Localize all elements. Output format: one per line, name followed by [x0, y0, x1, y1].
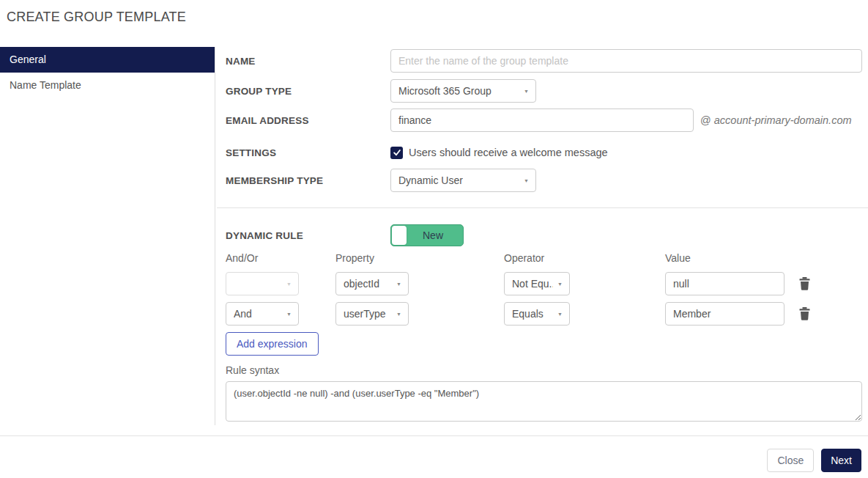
close-button[interactable]: Close	[767, 449, 814, 472]
membership-type-value: Dynamic User	[398, 174, 463, 186]
trash-icon	[799, 277, 810, 290]
toggle-knob	[392, 226, 407, 245]
create-group-template-dialog: CREATE GROUP TEMPLATE General Name Templ…	[0, 0, 868, 478]
group-type-select[interactable]: Microsoft 365 Group ▼	[390, 79, 536, 103]
dynamic-rule-label: DYNAMIC RULE	[226, 230, 390, 241]
column-header-operator: Operator	[504, 252, 570, 265]
column-header-property: Property	[335, 252, 409, 265]
welcome-message-checkbox[interactable]	[390, 147, 403, 159]
chevron-down-icon: ▼	[557, 282, 563, 287]
name-label: NAME	[226, 56, 390, 67]
chevron-down-icon: ▼	[286, 282, 292, 287]
section-divider	[217, 207, 868, 208]
operator-value: Not Equ...	[512, 278, 553, 290]
page-title: CREATE GROUP TEMPLATE	[0, 0, 868, 47]
chevron-down-icon: ▼	[557, 312, 563, 317]
andor-select[interactable]: ▼	[226, 272, 299, 295]
column-header-andor: And/Or	[226, 252, 299, 265]
email-input[interactable]	[390, 109, 694, 132]
group-type-label: GROUP TYPE	[226, 86, 390, 97]
chevron-down-icon: ▼	[286, 312, 292, 317]
trash-icon	[799, 307, 810, 320]
primary-domain-text: account-primary-domain.com	[714, 114, 852, 126]
sidebar-item-name-template[interactable]: Name Template	[0, 73, 215, 98]
chevron-down-icon: ▼	[396, 282, 401, 287]
property-value: objectId	[344, 278, 379, 290]
add-expression-button[interactable]: Add expression	[226, 332, 319, 356]
value-input[interactable]	[665, 302, 784, 326]
dialog-footer: Close Next	[0, 436, 868, 472]
property-value: userType	[344, 308, 386, 320]
email-domain-suffix: @ account-primary-domain.com	[700, 114, 852, 126]
next-button[interactable]: Next	[821, 449, 861, 472]
dialog-body: General Name Template NAME GROUP TYPE Mi…	[0, 47, 868, 435]
sidebar: General Name Template	[0, 47, 215, 425]
delete-expression-button[interactable]	[798, 306, 812, 322]
rule-expression-row: And ▼ userType ▼ Equals ▼	[226, 302, 868, 326]
value-input[interactable]	[665, 272, 784, 295]
operator-select[interactable]: Equals ▼	[504, 302, 570, 326]
welcome-message-label: Users should receive a welcome message	[409, 147, 608, 158]
chevron-down-icon: ▼	[524, 178, 529, 183]
settings-row: SETTINGS Users should receive a welcome …	[226, 144, 868, 161]
rule-syntax-label: Rule syntax	[226, 364, 868, 376]
operator-value: Equals	[512, 308, 544, 320]
name-input[interactable]	[390, 49, 862, 73]
property-select[interactable]: objectId ▼	[335, 272, 409, 295]
andor-value: And	[234, 308, 252, 320]
checkmark-icon	[393, 148, 401, 157]
form-panel: NAME GROUP TYPE Microsoft 365 Group ▼ EM…	[215, 47, 868, 435]
rule-expression-row: ▼ objectId ▼ Not Equ... ▼	[226, 272, 868, 295]
email-row: EMAIL ADDRESS @ account-primary-domain.c…	[226, 109, 868, 132]
delete-expression-button[interactable]	[798, 276, 812, 292]
property-select[interactable]: userType ▼	[335, 302, 409, 326]
email-label: EMAIL ADDRESS	[226, 115, 390, 126]
dynamic-rule-row: DYNAMIC RULE New	[226, 224, 868, 246]
name-row: NAME	[226, 49, 868, 73]
andor-select[interactable]: And ▼	[226, 302, 299, 326]
group-type-value: Microsoft 365 Group	[398, 85, 492, 97]
sidebar-item-general[interactable]: General	[0, 47, 215, 73]
chevron-down-icon: ▼	[396, 312, 401, 317]
membership-type-row: MEMBERSHIP TYPE Dynamic User ▼	[226, 169, 868, 192]
at-sign: @	[700, 114, 711, 126]
membership-type-select[interactable]: Dynamic User ▼	[390, 169, 536, 192]
rule-columns-header: And/Or Property Operator Value	[226, 252, 868, 265]
chevron-down-icon: ▼	[524, 89, 529, 94]
operator-select[interactable]: Not Equ... ▼	[504, 272, 570, 295]
rule-syntax-textarea[interactable]: (user.objectId -ne null) -and (user.user…	[226, 381, 862, 422]
membership-type-label: MEMBERSHIP TYPE	[226, 175, 390, 186]
dynamic-rule-toggle[interactable]: New	[390, 224, 464, 246]
toggle-label: New	[411, 229, 443, 241]
settings-label: SETTINGS	[226, 147, 390, 158]
column-header-value: Value	[665, 252, 784, 265]
group-type-row: GROUP TYPE Microsoft 365 Group ▼	[226, 79, 868, 103]
